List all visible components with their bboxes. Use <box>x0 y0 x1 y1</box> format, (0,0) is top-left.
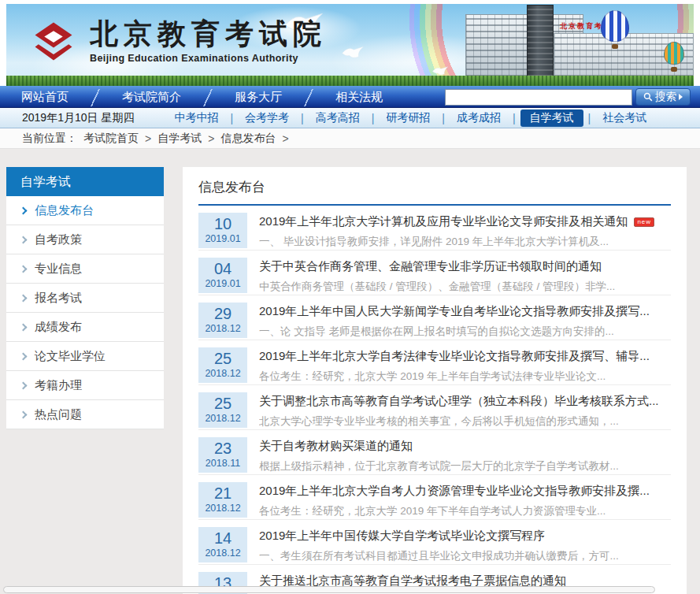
news-month: 2018.12 <box>198 323 247 334</box>
nav-separator <box>90 89 101 106</box>
news-summary: 一、 毕业设计指导教师安排，详见附件 2019 年上半年北京大学计算机及... <box>259 235 671 249</box>
breadcrumb-prefix: 当前位置： <box>22 132 77 146</box>
sidebar-item-label: 热点问题 <box>35 407 82 422</box>
news-day: 21 <box>198 484 247 503</box>
news-title-link[interactable]: 2019年上半年北京大学自考人力资源管理专业毕业论文指导教师安排及撰... <box>259 482 671 499</box>
sidebar-item-label: 专业信息 <box>35 262 82 277</box>
sidebar-item-scores[interactable]: 成绩发布 <box>6 313 164 342</box>
new-badge: new <box>634 217 654 227</box>
category-navigation: 2019年1月10日 星期四 中考中招 | 会考学考 | 高考高招 | 研考研招… <box>0 108 700 128</box>
search-icon <box>643 92 653 102</box>
subnav-item-huikao[interactable]: 会考学考 <box>238 110 296 126</box>
subnav-divider: | <box>301 112 304 124</box>
sidebar-item-registration[interactable]: 报名考试 <box>6 284 164 313</box>
news-title-link[interactable]: 关于调整北京市高等教育自学考试心理学（独立本科段）毕业考核联系方式... <box>259 392 671 410</box>
news-month: 2019.01 <box>198 233 247 244</box>
news-summary: 各位考生：经研究，北京大学 2019 年上半年自学考试法律专业毕业论文... <box>259 369 671 384</box>
building-tower <box>527 5 554 77</box>
subnav-item-gaokao[interactable]: 高考高招 <box>309 110 367 126</box>
breadcrumb-separator: > <box>145 132 151 145</box>
news-item: 29 2018.12 2019年上半年中国人民大学新闻学专业自考毕业论文指导教师… <box>198 295 671 340</box>
subnav-divider: | <box>513 112 516 124</box>
news-day: 23 <box>198 439 247 458</box>
news-date-badge: 29 2018.12 <box>198 303 247 338</box>
building-photo: 北京教育考试院 <box>465 4 694 77</box>
page-body: 自学考试 信息发布台 自考政策 专业信息 报名考试 成绩发布 论文毕业学位 考籍… <box>0 149 700 594</box>
chevron-right-icon <box>20 236 28 243</box>
chevron-right-icon <box>20 294 28 302</box>
news-title-link[interactable]: 2019年上半年北京大学自考法律专业毕业论文指导教师安排及撰写、辅导... <box>259 347 671 365</box>
news-day: 10 <box>198 214 247 233</box>
chevron-right-icon <box>20 323 28 331</box>
news-day: 29 <box>198 304 247 323</box>
nav-item-home[interactable]: 网站首页 <box>0 86 90 107</box>
sidebar-item-majors[interactable]: 专业信息 <box>6 254 164 284</box>
subnav-item-yankao[interactable]: 研考研招 <box>379 110 437 126</box>
sidebar-item-label: 信息发布台 <box>35 203 94 218</box>
subnav-item-shehui[interactable]: 社会考试 <box>595 110 654 126</box>
sidebar-item-info-platform[interactable]: 信息发布台 <box>6 196 164 225</box>
search-button-label: 搜索 <box>655 90 676 104</box>
breadcrumb-home[interactable]: 考试院首页 <box>83 132 139 146</box>
news-summary: 中英合作商务管理（基础段 / 管理段）、金融管理（基础段 / 管理段）非学... <box>259 280 671 294</box>
news-item: 21 2018.12 2019年上半年北京大学自考人力资源管理专业毕业论文指导教… <box>198 475 671 520</box>
news-day: 14 <box>198 529 247 548</box>
sidebar-title: 自学考试 <box>6 167 164 196</box>
hot-air-balloon-icon <box>664 42 684 72</box>
breadcrumb-zixue[interactable]: 自学考试 <box>157 132 202 146</box>
news-month: 2018.12 <box>198 413 247 424</box>
sidebar-item-thesis-degree[interactable]: 论文毕业学位 <box>6 342 164 371</box>
news-item: 23 2018.11 关于自考教材购买渠道的通知 根据上级指示精神，位于北京教育… <box>198 430 671 475</box>
grass-decoration <box>6 76 694 86</box>
site-logo: 北京教育考试院 Beijing Education Examinations A… <box>28 17 327 67</box>
org-name-en: Beijing Education Examinations Authority <box>90 53 327 64</box>
news-summary: 一、考生须在所有考试科目都通过且毕业论文申报成功并确认缴费后，方可... <box>259 549 671 563</box>
news-title-link[interactable]: 2019年上半年中国人民大学新闻学专业自考毕业论文指导教师安排及撰写... <box>259 303 671 320</box>
news-summary: 北京大学心理学专业毕业考核的相关事宜，今后将以手机短信的形式通知，... <box>259 414 671 429</box>
subnav-divider: | <box>588 112 591 124</box>
logo-mark-icon <box>28 17 79 67</box>
nav-item-about[interactable]: 考试院简介 <box>101 86 202 107</box>
news-title-link[interactable]: 关于中英合作商务管理、金融管理专业非学历证书领取时间的通知 <box>259 258 671 275</box>
nav-item-service-hall[interactable]: 服务大厅 <box>213 86 303 107</box>
news-item: 25 2018.12 2019年上半年北京大学自考法律专业毕业论文指导教师安排及… <box>198 340 671 385</box>
search-button[interactable]: 搜索 <box>635 88 691 106</box>
news-title-link[interactable]: 2019年上半年中国传媒大学自学考试毕业论文撰写程序 <box>259 527 671 544</box>
news-month: 2018.12 <box>198 548 247 559</box>
breadcrumb-info-platform[interactable]: 信息发布台 <box>220 132 276 146</box>
nav-separator <box>303 89 314 106</box>
news-day: 25 <box>198 349 247 368</box>
subnav-item-zixue-active[interactable]: 自学考试 <box>520 110 583 127</box>
nav-separator <box>202 89 213 106</box>
nav-item-regulations[interactable]: 相关法规 <box>314 86 404 107</box>
news-date-badge: 21 2018.12 <box>198 482 247 518</box>
org-name-cn: 北京教育考试院 <box>90 17 327 51</box>
sidebar-item-records[interactable]: 考籍办理 <box>6 371 164 400</box>
breadcrumb-separator: > <box>208 132 214 145</box>
horizontal-scrollbar[interactable] <box>3 586 655 593</box>
subnav-item-zhongkao[interactable]: 中考中招 <box>167 110 225 126</box>
breadcrumb: 当前位置： 考试院首页 > 自学考试 > 信息发布台 > <box>0 128 700 149</box>
sidebar-item-hot-questions[interactable]: 热点问题 <box>6 400 164 429</box>
news-date-badge: 04 2019.01 <box>198 258 247 293</box>
news-date-badge: 14 2018.12 <box>198 527 247 562</box>
news-title-link[interactable]: 关于自考教材购买渠道的通知 <box>259 437 671 455</box>
chevron-right-icon <box>20 410 28 418</box>
sidebar-item-policy[interactable]: 自考政策 <box>6 225 164 254</box>
news-item: 10 2019.01 2019年上半年北京大学计算机及应用专业毕业论文导师安排及… <box>198 206 671 251</box>
subnav-divider: | <box>442 112 445 124</box>
news-summary: 一、论 文指导 老师是根据你在网上报名时填写的自拟论文选题方向安排的... <box>259 325 671 339</box>
sidebar-item-label: 自考政策 <box>35 232 82 247</box>
subnav-item-chengkao[interactable]: 成考成招 <box>450 110 508 126</box>
current-date: 2019年1月10日 星期四 <box>22 111 134 125</box>
subnav-divider: | <box>230 112 233 124</box>
news-date-badge: 25 2018.12 <box>198 392 247 428</box>
news-title-link[interactable]: 2019年上半年北京大学计算机及应用专业毕业论文导师安排及相关通知new <box>259 213 671 230</box>
breadcrumb-separator: > <box>282 132 288 145</box>
chevron-right-icon <box>20 381 28 389</box>
news-date-badge: 25 2018.12 <box>198 347 247 383</box>
news-item: 14 2018.12 2019年上半年中国传媒大学自学考试毕业论文撰写程序 一、… <box>198 520 671 565</box>
sidebar: 自学考试 信息发布台 自考政策 专业信息 报名考试 成绩发布 论文毕业学位 考籍… <box>6 167 164 429</box>
search-input[interactable] <box>445 89 632 106</box>
news-item: 04 2019.01 关于中英合作商务管理、金融管理专业非学历证书领取时间的通知… <box>198 251 671 295</box>
